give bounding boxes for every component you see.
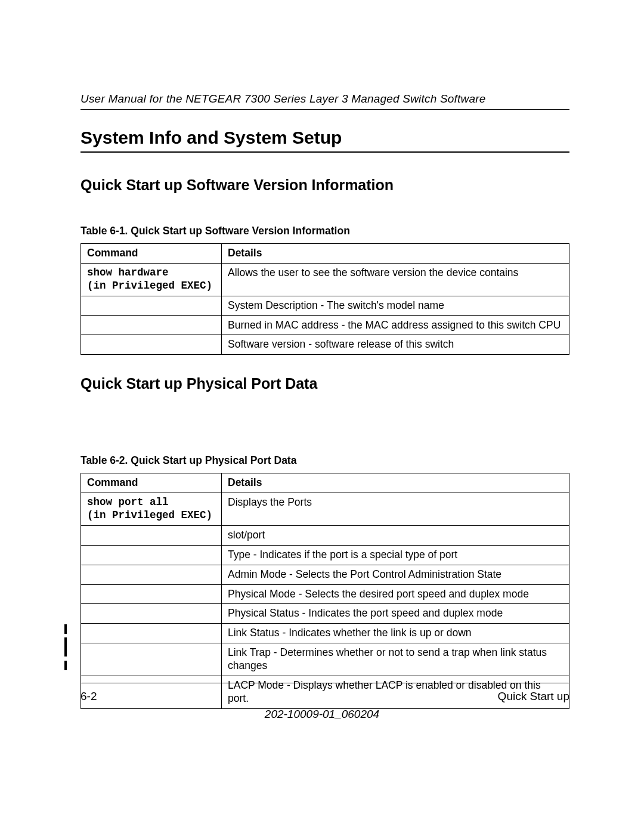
page-number: 6-2 bbox=[80, 690, 97, 703]
command-context: (in Privileged EXEC) bbox=[87, 280, 212, 292]
command-cell bbox=[81, 525, 222, 545]
command-cell bbox=[81, 624, 222, 643]
table-row: Burned in MAC address - the MAC address … bbox=[81, 315, 569, 335]
command-cell bbox=[81, 315, 222, 335]
command-cell: show port all (in Privileged EXEC) bbox=[81, 493, 222, 526]
details-cell: Link Trap - Determines whether or not to… bbox=[222, 643, 569, 676]
command-cell bbox=[81, 565, 222, 584]
section1-heading: Quick Start up Software Version Informat… bbox=[80, 176, 569, 194]
details-cell: Physical Mode - Selects the desired port… bbox=[222, 584, 569, 604]
table-row: Link Status - Indicates whether the link… bbox=[81, 624, 569, 643]
footer-rule bbox=[80, 683, 569, 683]
details-cell: Link Status - Indicates whether the link… bbox=[222, 624, 569, 643]
table-2: Command Details show port all (in Privil… bbox=[80, 473, 569, 708]
col-command-header: Command bbox=[81, 244, 222, 264]
command-cell bbox=[81, 584, 222, 604]
command-cell bbox=[81, 545, 222, 565]
col-details-header: Details bbox=[222, 473, 569, 493]
running-header: User Manual for the NETGEAR 7300 Series … bbox=[80, 92, 569, 106]
details-cell: Physical Status - Indicates the port spe… bbox=[222, 604, 569, 624]
command-text: show hardware bbox=[87, 267, 169, 278]
table-row: Link Trap - Determines whether or not to… bbox=[81, 643, 569, 676]
chapter-name: Quick Start up bbox=[498, 690, 569, 703]
change-bar bbox=[64, 637, 67, 657]
table-row: Physical Status - Indicates the port spe… bbox=[81, 604, 569, 624]
details-cell: Burned in MAC address - the MAC address … bbox=[222, 315, 569, 335]
table-row: Physical Mode - Selects the desired port… bbox=[81, 584, 569, 604]
change-bar bbox=[64, 661, 67, 670]
command-cell bbox=[81, 296, 222, 315]
header-rule bbox=[80, 109, 569, 110]
table2-caption: Table 6-2. Quick Start up Physical Port … bbox=[80, 454, 569, 467]
details-cell: Software version - software release of t… bbox=[222, 335, 569, 355]
details-cell: Admin Mode - Selects the Port Control Ad… bbox=[222, 565, 569, 584]
page-title: System Info and System Setup bbox=[80, 128, 569, 148]
details-cell: Displays the Ports bbox=[222, 493, 569, 526]
table-row: System Description - The switch's model … bbox=[81, 296, 569, 315]
section2-heading: Quick Start up Physical Port Data bbox=[80, 375, 569, 392]
command-cell: show hardware (in Privileged EXEC) bbox=[81, 263, 222, 296]
table-1: Command Details show hardware (in Privil… bbox=[80, 243, 569, 355]
title-rule bbox=[80, 151, 569, 153]
document-page: User Manual for the NETGEAR 7300 Series … bbox=[0, 0, 644, 833]
table-row: Software version - software release of t… bbox=[81, 335, 569, 355]
table-row: show hardware (in Privileged EXEC) Allow… bbox=[81, 263, 569, 296]
table-header-row: Command Details bbox=[81, 244, 569, 264]
table-row: show port all (in Privileged EXEC) Displ… bbox=[81, 493, 569, 526]
command-text: show port all bbox=[87, 496, 169, 508]
footer-line: 6-2 Quick Start up bbox=[80, 690, 569, 703]
details-cell: System Description - The switch's model … bbox=[222, 296, 569, 315]
details-cell: Type - Indicates if the port is a specia… bbox=[222, 545, 569, 565]
command-cell bbox=[81, 604, 222, 624]
command-cell bbox=[81, 643, 222, 676]
table-header-row: Command Details bbox=[81, 473, 569, 493]
table-row: Type - Indicates if the port is a specia… bbox=[81, 545, 569, 565]
table-row: Admin Mode - Selects the Port Control Ad… bbox=[81, 565, 569, 584]
table-row: slot/port bbox=[81, 525, 569, 545]
change-bar bbox=[64, 624, 67, 634]
command-context: (in Privileged EXEC) bbox=[87, 509, 212, 521]
details-cell: Allows the user to see the software vers… bbox=[222, 263, 569, 296]
col-details-header: Details bbox=[222, 244, 569, 264]
details-cell: slot/port bbox=[222, 525, 569, 545]
command-cell bbox=[81, 335, 222, 355]
table1-caption: Table 6-1. Quick Start up Software Versi… bbox=[80, 225, 569, 237]
col-command-header: Command bbox=[81, 473, 222, 493]
document-number: 202-10009-01_060204 bbox=[0, 708, 644, 721]
